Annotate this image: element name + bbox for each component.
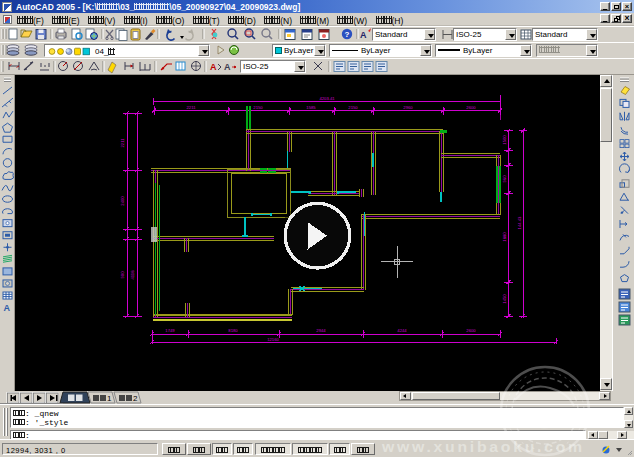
- svg-text:1749: 1749: [165, 328, 175, 333]
- svg-text:144.43: 144.43: [517, 216, 522, 229]
- svg-text:1500: 1500: [502, 135, 507, 145]
- svg-text:2211: 2211: [120, 138, 125, 148]
- svg-text:960: 960: [502, 175, 507, 183]
- svg-text:?: ?: [345, 30, 350, 39]
- svg-text:1450: 1450: [502, 294, 507, 304]
- svg-text:2944: 2944: [316, 328, 326, 333]
- svg-text:2600: 2600: [466, 105, 476, 110]
- svg-text:4118: 4118: [130, 270, 135, 280]
- svg-text:2211: 2211: [186, 105, 196, 110]
- svg-text:1880: 1880: [502, 232, 507, 242]
- svg-text:2960: 2960: [403, 105, 413, 110]
- svg-text:2400: 2400: [120, 196, 125, 206]
- svg-text:4244: 4244: [397, 328, 407, 333]
- svg-text:2600: 2600: [466, 328, 476, 333]
- svg-text:900: 900: [120, 271, 125, 279]
- svg-text:4203.41: 4203.41: [319, 96, 335, 101]
- svg-text:A: A: [210, 62, 217, 72]
- svg-text:2150: 2150: [253, 105, 263, 110]
- svg-text:8180: 8180: [228, 328, 238, 333]
- svg-text:1585: 1585: [306, 105, 316, 110]
- svg-text:1: 1: [107, 394, 112, 403]
- svg-text:A: A: [224, 62, 231, 72]
- svg-text:2: 2: [133, 394, 138, 403]
- svg-text:A: A: [360, 30, 367, 40]
- svg-text:2150: 2150: [348, 105, 358, 110]
- svg-text:A: A: [4, 303, 11, 313]
- svg-text:12160: 12160: [267, 337, 279, 342]
